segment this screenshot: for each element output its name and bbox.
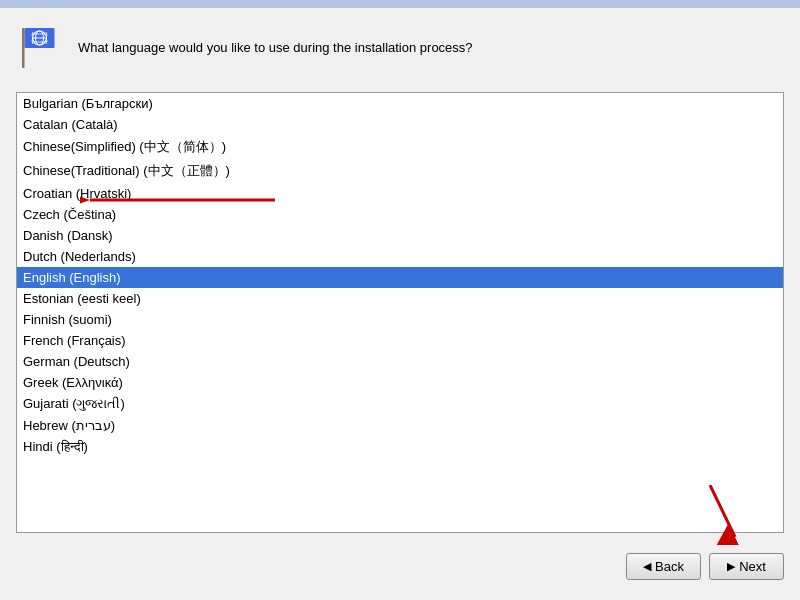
list-item[interactable]: Greek (Ελληνικά) — [17, 372, 783, 393]
question-text: What language would you like to use duri… — [78, 38, 473, 58]
back-arrow-icon: ◀ — [643, 560, 651, 573]
list-item[interactable]: Danish (Dansk) — [17, 225, 783, 246]
language-list[interactable]: Bulgarian (Български)Catalan (Català)Chi… — [17, 93, 783, 532]
next-label: Next — [739, 559, 766, 574]
button-bar: ◀ Back ▶ Next — [16, 545, 784, 584]
list-item[interactable]: Czech (Čeština) — [17, 204, 783, 225]
list-item[interactable]: Chinese(Traditional) (中文（正體）) — [17, 159, 783, 183]
list-item[interactable]: French (Français) — [17, 330, 783, 351]
list-item[interactable]: Hebrew (עברית) — [17, 415, 783, 436]
svg-rect-0 — [22, 28, 25, 68]
list-item[interactable]: English (English) — [17, 267, 783, 288]
list-item[interactable]: Estonian (eesti keel) — [17, 288, 783, 309]
list-item[interactable]: Gujarati (ગુજરાતી) — [17, 393, 783, 415]
list-item[interactable]: Hindi (हिन्दी) — [17, 436, 783, 458]
language-list-container: Bulgarian (Български)Catalan (Català)Chi… — [16, 92, 784, 533]
main-content: What language would you like to use duri… — [0, 8, 800, 600]
back-label: Back — [655, 559, 684, 574]
list-item[interactable]: German (Deutsch) — [17, 351, 783, 372]
globe-icon — [16, 24, 64, 72]
list-item[interactable]: Chinese(Simplified) (中文（简体）) — [17, 135, 783, 159]
next-button[interactable]: ▶ Next — [709, 553, 784, 580]
list-item[interactable]: Bulgarian (Български) — [17, 93, 783, 114]
list-item[interactable]: Dutch (Nederlands) — [17, 246, 783, 267]
list-item[interactable]: Finnish (suomi) — [17, 309, 783, 330]
top-bar — [0, 0, 800, 8]
list-item[interactable]: Catalan (Català) — [17, 114, 783, 135]
back-button[interactable]: ◀ Back — [626, 553, 701, 580]
next-arrow-icon: ▶ — [727, 560, 735, 573]
question-area: What language would you like to use duri… — [16, 24, 784, 80]
list-item[interactable]: Croatian (Hrvatski) — [17, 183, 783, 204]
